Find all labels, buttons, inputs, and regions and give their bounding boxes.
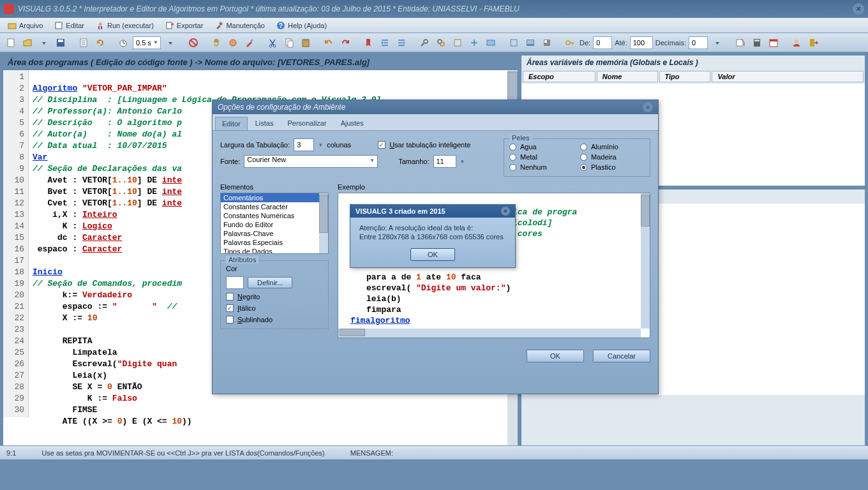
- cor-label: Cor: [226, 265, 237, 272]
- list-item[interactable]: Comentários: [221, 193, 328, 202]
- tool-h[interactable]: [540, 36, 554, 50]
- alert-ok-button[interactable]: OK: [410, 248, 455, 261]
- replace-button[interactable]: [434, 36, 448, 50]
- svg-rect-23: [454, 40, 461, 46]
- list-item[interactable]: Palavras-Chave: [221, 229, 328, 238]
- list-item[interactable]: Fundo do Editor: [221, 220, 328, 229]
- menu-arquivo[interactable]: Arquivo: [3, 20, 48, 31]
- listbox-vscroll[interactable]: [319, 193, 328, 253]
- de-field[interactable]: 0: [593, 36, 612, 49]
- svg-point-14: [269, 45, 272, 47]
- dialog-cancel-button[interactable]: Cancelar: [593, 350, 650, 362]
- tool-a[interactable]: [226, 36, 240, 50]
- refresh-button[interactable]: [93, 36, 107, 50]
- save-button[interactable]: [54, 36, 68, 50]
- largura-field[interactable]: 3: [294, 138, 314, 151]
- radio-nenhum[interactable]: [509, 164, 516, 171]
- user-button[interactable]: [789, 36, 804, 50]
- tab-editor[interactable]: Editor: [215, 117, 248, 130]
- fonte-select[interactable]: Courier New: [244, 155, 378, 168]
- decimais-down[interactable]: [710, 36, 724, 50]
- alert-body: Atenção: A resolução ideal da tela é: En…: [350, 218, 515, 267]
- list-item[interactable]: Palavras Especiais: [221, 238, 328, 247]
- indent-button[interactable]: [378, 36, 392, 50]
- timer-icon[interactable]: [116, 36, 130, 50]
- ate-field[interactable]: 100: [630, 36, 653, 49]
- list-item[interactable]: Constantes Caracter: [221, 202, 328, 211]
- menu-help[interactable]: ?Help (Ajuda): [271, 20, 332, 31]
- alert-title: VISUALG 3 criado em 2015: [355, 207, 445, 215]
- doc-button[interactable]: [77, 36, 91, 50]
- radio-metal[interactable]: [509, 154, 516, 161]
- undo-button[interactable]: [322, 36, 336, 50]
- radio-plastico[interactable]: [580, 164, 587, 171]
- time-down[interactable]: [163, 36, 177, 50]
- italico-checkbox[interactable]: ✓: [226, 304, 234, 312]
- tool-i[interactable]: [733, 36, 747, 50]
- list-item[interactable]: Constantes Numéricas: [221, 211, 328, 220]
- largura-spinner[interactable]: ▼: [318, 142, 323, 148]
- menu-exportar[interactable]: Exportar: [160, 20, 209, 31]
- time-field[interactable]: 0.5 s▼: [133, 36, 161, 49]
- list-item[interactable]: Tipos de Dados: [221, 247, 328, 254]
- tool-e[interactable]: [484, 36, 498, 50]
- col-escopo[interactable]: Escopo: [523, 71, 595, 82]
- alert-close-icon[interactable]: ×: [501, 207, 510, 216]
- paste-button[interactable]: [299, 36, 313, 50]
- find-button[interactable]: [417, 36, 431, 50]
- dialog-titlebar[interactable]: Opções de configuração de Ambiênte ×: [213, 100, 658, 114]
- redo-button[interactable]: [338, 36, 352, 50]
- tab-ajustes[interactable]: Ajustes: [334, 117, 370, 130]
- edit-icon: [54, 21, 63, 30]
- bookmark-button[interactable]: [361, 36, 375, 50]
- outdent-button[interactable]: [394, 36, 408, 50]
- menu-editar[interactable]: Editar: [49, 20, 89, 31]
- preview-vscroll[interactable]: [641, 193, 650, 329]
- stop-button[interactable]: [186, 36, 200, 50]
- decimais-field[interactable]: 0: [689, 36, 708, 49]
- key-button[interactable]: [563, 36, 577, 50]
- app-icon: [4, 4, 14, 14]
- definir-button[interactable]: Definir...: [248, 277, 292, 288]
- radio-madeira[interactable]: [580, 154, 587, 161]
- open-button[interactable]: [20, 36, 34, 50]
- dialog-ok-button[interactable]: OK: [527, 350, 584, 362]
- window-close-icon[interactable]: ×: [853, 3, 864, 15]
- tool-f[interactable]: [507, 36, 521, 50]
- svg-rect-27: [527, 40, 534, 44]
- col-tipo[interactable]: Tipo: [659, 71, 711, 82]
- tamanho-spinner[interactable]: ▼: [460, 159, 465, 165]
- negrito-checkbox[interactable]: [226, 293, 234, 301]
- menu-manutencao[interactable]: Manutenção: [209, 20, 270, 31]
- tool-g[interactable]: [523, 36, 537, 50]
- tamanho-field[interactable]: 11: [433, 155, 456, 168]
- preview-hscroll[interactable]: [338, 329, 641, 338]
- dialog-close-icon[interactable]: ×: [643, 102, 653, 112]
- new-button[interactable]: [4, 36, 18, 50]
- exit-button[interactable]: [806, 36, 820, 50]
- tool-d[interactable]: [467, 36, 481, 50]
- cor-swatch[interactable]: [226, 276, 244, 289]
- sublinhado-checkbox[interactable]: [226, 316, 234, 323]
- menu-run[interactable]: Run (executar): [91, 20, 159, 31]
- col-valor[interactable]: Valor: [712, 71, 864, 82]
- alert-titlebar[interactable]: VISUALG 3 criado em 2015 ×: [350, 205, 515, 218]
- tool-b[interactable]: [243, 36, 257, 50]
- radio-agua[interactable]: [509, 144, 516, 151]
- elementos-listbox[interactable]: Comentários Constantes Caracter Constant…: [220, 193, 329, 254]
- tab-personalizar[interactable]: Personalizar: [281, 117, 333, 130]
- copy-button[interactable]: [282, 36, 296, 50]
- de-label: De:: [580, 39, 590, 47]
- open-dropdown[interactable]: [37, 36, 51, 50]
- alert-line2: Entre 1280x768 à 1366x768 com 65536 core…: [359, 233, 506, 241]
- radio-aluminio[interactable]: [580, 144, 587, 151]
- calc-button[interactable]: [750, 36, 764, 50]
- hand-button[interactable]: [209, 36, 223, 50]
- col-nome[interactable]: Nome: [597, 71, 658, 82]
- tool-c[interactable]: [451, 36, 465, 50]
- tab-listas[interactable]: Listas: [249, 117, 280, 130]
- svg-rect-3: [167, 22, 172, 29]
- usar-tab-checkbox[interactable]: ✓: [378, 141, 385, 149]
- cut-button[interactable]: [266, 36, 280, 50]
- calendar-button[interactable]: [767, 36, 781, 50]
